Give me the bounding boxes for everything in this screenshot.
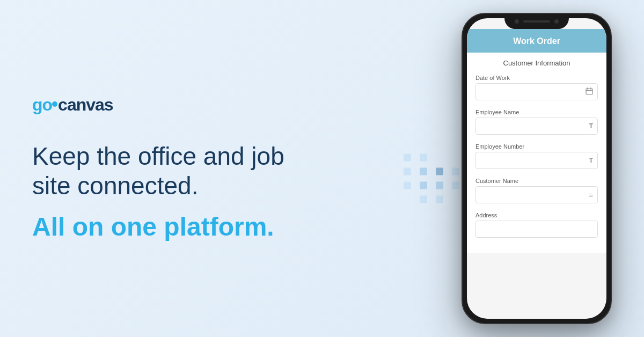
app-title: Work Order [513,36,560,46]
field-label-employee-number: Employee Number [475,143,598,150]
svg-rect-0 [586,89,592,94]
phone-wrapper: Work Order Customer Information Date of … [413,0,644,337]
dot [404,167,411,175]
field-input-address[interactable] [475,221,598,238]
hero-line3: All on one platform. [32,211,333,243]
hero-line2: site connected. [32,172,198,200]
field-address: Address [475,212,598,238]
field-input-employee-name[interactable]: T [475,118,598,135]
field-label-address: Address [475,212,598,218]
field-date-of-work: Date of Work [475,75,598,100]
hero-line1: Keep the office and job [32,142,284,170]
field-employee-name: Employee Name T [475,109,598,135]
notch-camera [515,19,519,24]
logo-canvas: canvas [58,95,113,115]
dot [404,153,411,161]
field-input-customer-name[interactable]: ≡ [475,186,598,203]
logo-circle-dot [52,101,57,107]
section-title: Customer Information [475,59,598,67]
hero-tagline: Keep the office and job site connected. … [32,142,333,243]
phone-notch [504,14,569,29]
phone-mockup: Work Order Customer Information Date of … [462,13,612,324]
phone-screen: Work Order Customer Information Date of … [467,18,606,319]
logo: gocanvas [32,95,333,115]
text-icon-2: T [589,157,593,164]
field-customer-name: Customer Name ≡ [475,178,598,203]
list-icon: ≡ [589,191,593,199]
left-content: gocanvas Keep the office and job site co… [0,68,365,269]
hero-line1-2: Keep the office and job site connected. [32,142,333,201]
notch-speaker [523,20,550,23]
logo-go: go [32,95,52,115]
dot [404,181,411,189]
field-label-employee-name: Employee Name [475,109,598,115]
field-employee-number: Employee Number T [475,143,598,169]
field-label-customer-name: Customer Name [475,178,598,184]
app-header: Work Order [467,29,606,53]
field-label-date: Date of Work [475,75,598,81]
text-icon-1: T [589,122,593,130]
field-input-date[interactable] [475,83,598,100]
calendar-icon [586,87,593,97]
notch-sensor [554,19,559,24]
app-content: Customer Information Date of Work [467,53,606,253]
field-input-employee-number[interactable]: T [475,152,598,169]
